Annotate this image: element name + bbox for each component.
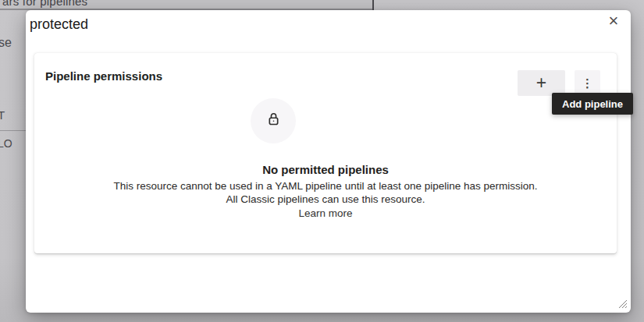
- backdrop-text-fragment: se: [0, 36, 12, 50]
- screen: ars for pipelines se T LO protected × Pi…: [0, 0, 644, 322]
- empty-state-title: No permitted pipelines: [34, 162, 617, 177]
- resize-handle[interactable]: [617, 298, 628, 308]
- add-pipeline-tooltip: Add pipeline: [552, 93, 633, 115]
- lock-icon: [266, 111, 281, 130]
- backdrop-column-divider: [372, 0, 374, 10]
- close-icon: ×: [609, 12, 619, 30]
- resize-grip-icon: [617, 298, 628, 311]
- card-heading: Pipeline permissions: [45, 69, 162, 83]
- close-button[interactable]: ×: [604, 12, 623, 30]
- tooltip-label: Add pipeline: [562, 98, 623, 110]
- resource-dialog: protected × Pipeline permissions + ⋮: [26, 10, 631, 313]
- dialog-title: protected: [30, 15, 88, 34]
- backdrop-header-text: ars for pipelines: [2, 0, 87, 8]
- backdrop-divider: [0, 130, 26, 131]
- plus-icon: +: [536, 74, 546, 92]
- learn-more-link[interactable]: Learn more: [298, 207, 352, 220]
- backdrop-text-fragment: LO: [0, 137, 12, 150]
- empty-state-description-line1: This resource cannot be used in a YAML p…: [34, 179, 617, 193]
- empty-state-description-line2: All Classic pipelines can use this resou…: [34, 193, 617, 206]
- backdrop-table-header: ars for pipelines: [0, 0, 373, 10]
- pipeline-permissions-card: Pipeline permissions + ⋮ No permitted: [34, 53, 617, 253]
- empty-state-illustration: [251, 98, 296, 143]
- kebab-menu-icon: ⋮: [582, 77, 593, 89]
- backdrop-text-fragment: T: [0, 108, 5, 122]
- empty-state-text: No permitted pipelines This resource can…: [34, 162, 617, 220]
